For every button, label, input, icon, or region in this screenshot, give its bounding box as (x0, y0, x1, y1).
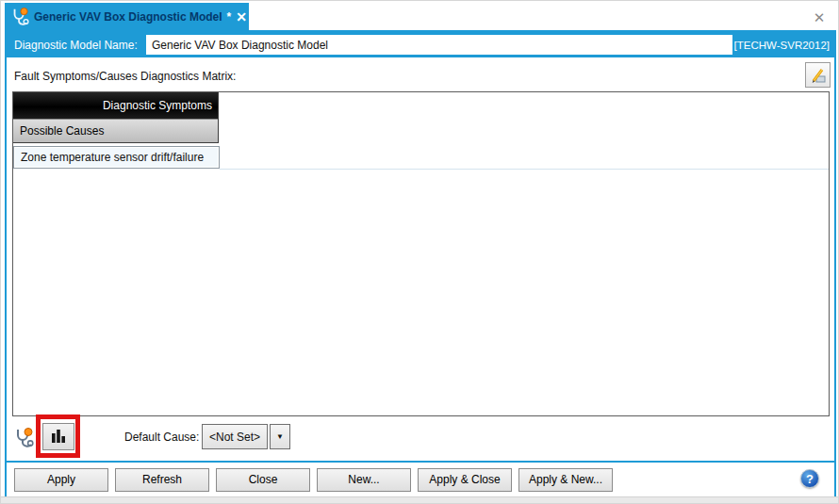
stethoscope-icon (13, 427, 36, 449)
new-button[interactable]: New... (317, 468, 411, 492)
diagnostic-model-name-input[interactable] (146, 35, 732, 55)
name-bar: Diagnostic Model Name: [TECHW-SVR2012] (7, 32, 834, 57)
apply-and-close-button[interactable]: Apply & Close (418, 468, 512, 492)
window-bottom-edge (1, 496, 838, 503)
table-row: Zone temperature sensor drift/failure (13, 146, 829, 169)
pencil-note-icon (809, 66, 828, 85)
server-tag: [TECHW-SVR2012] (734, 32, 830, 57)
close-button[interactable]: Close (216, 468, 310, 492)
chevron-down-icon: ▼ (276, 432, 284, 441)
diagnostic-model-window: Generic VAV Box Diagnostic Model * ✕ ✕ D… (0, 0, 839, 504)
tab-title: Generic VAV Box Diagnostic Model (34, 10, 222, 24)
cause-row-cells (220, 146, 829, 170)
tab-generic-vav-box-diagnostic-model[interactable]: Generic VAV Box Diagnostic Model * ✕ (5, 3, 249, 30)
stethoscope-icon (10, 7, 29, 27)
diagnostic-symptoms-header: Diagnostic Symptoms (13, 92, 218, 119)
window-close-icon[interactable]: ✕ (808, 8, 831, 27)
default-cause-dropdown-arrow[interactable]: ▼ (270, 424, 290, 449)
possible-causes-header: Possible Causes (13, 119, 218, 142)
apply-button[interactable]: Apply (14, 468, 108, 492)
help-button[interactable]: ? (800, 469, 819, 488)
matrix-corner-header: Diagnostic Symptoms Possible Causes (13, 92, 219, 143)
tab-close-icon[interactable]: ✕ (236, 10, 247, 24)
refresh-button[interactable]: Refresh (115, 468, 209, 492)
apply-and-new-button[interactable]: Apply & New... (518, 468, 613, 492)
default-cause-label: Default Cause: (124, 416, 199, 457)
edit-matrix-button[interactable] (805, 62, 831, 88)
matrix-section-label: Fault Symptoms/Causes Diagnostics Matrix… (14, 70, 236, 83)
matrix-tools-row: Default Cause: <Not Set> ▼ (7, 416, 834, 461)
diagnostics-matrix: Diagnostic Symptoms Possible Causes Zone… (12, 91, 830, 416)
bar-chart-icon (49, 427, 68, 446)
button-bar: Apply Refresh Close New... Apply & Close… (7, 463, 834, 496)
unsaved-changes-indicator: * (227, 10, 232, 24)
cause-row-header[interactable]: Zone temperature sensor drift/failure (13, 146, 220, 169)
annotation-highlight (36, 415, 80, 458)
default-cause-dropdown[interactable]: <Not Set> (202, 424, 268, 449)
bar-chart-view-button[interactable] (42, 423, 74, 450)
stethoscope-view-toggle[interactable] (13, 425, 36, 450)
dialog-body: Diagnostic Model Name: [TECHW-SVR2012] F… (5, 30, 836, 498)
diagnostic-model-name-label: Diagnostic Model Name: (14, 39, 138, 52)
main-area: Fault Symptoms/Causes Diagnostics Matrix… (7, 57, 834, 461)
